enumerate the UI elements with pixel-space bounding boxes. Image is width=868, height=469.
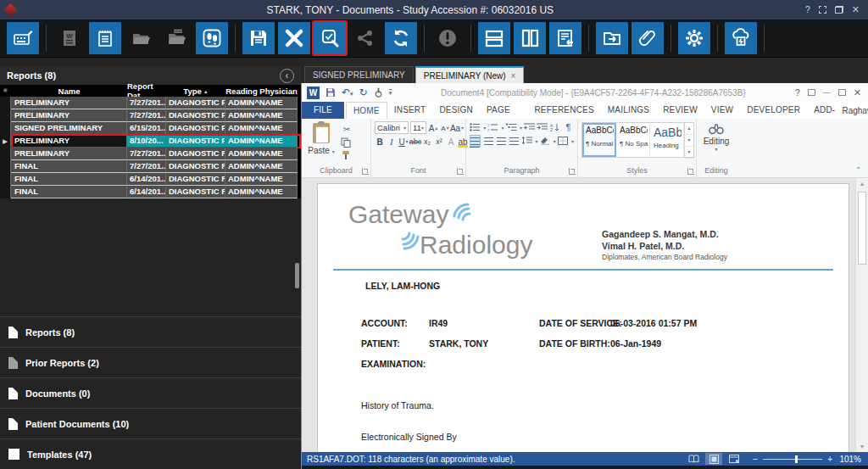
paragraph-dialog-launcher-icon[interactable] (569, 168, 576, 175)
report-row[interactable]: PRELIMINARY 7/27/201... DIAGNOSTIC P... … (0, 109, 301, 122)
refresh-icon[interactable] (385, 22, 417, 54)
web-layout-icon[interactable] (726, 453, 743, 465)
grow-font-icon[interactable]: A▴ (428, 122, 438, 134)
justify-icon[interactable] (509, 135, 520, 147)
export-folder-icon[interactable] (596, 22, 628, 54)
change-case-icon[interactable]: Aa▾ (452, 122, 462, 134)
close-button[interactable]: ✕ (852, 5, 860, 14)
ribbon-tab[interactable]: HOME (346, 102, 387, 119)
ribbon-tab[interactable]: REFERENCES (527, 102, 600, 119)
copy-icon[interactable] (341, 137, 351, 148)
clipboard-dialog-launcher-icon[interactable] (362, 168, 369, 175)
document-scrollbar[interactable]: ▲ ▼ (855, 178, 868, 452)
report-row[interactable]: PRELIMINARY 8/10/20... DIAGNOSTIC P... A… (0, 135, 301, 148)
restore-button[interactable] (835, 6, 843, 14)
zoom-level[interactable]: 101% (837, 455, 861, 464)
report-row[interactable]: PRELIMINARY 7/27/201... DIAGNOSTIC R... … (0, 148, 301, 160)
undo-icon[interactable]: ↶▾ (342, 87, 353, 98)
style-card[interactable]: AaBbC Heading 1 (650, 123, 684, 157)
ribbon-tab[interactable]: DESIGN (432, 102, 480, 119)
panel-scrollbar-thumb[interactable] (295, 263, 299, 288)
attachment-icon[interactable] (632, 22, 664, 54)
font-name-combobox[interactable]: Calibri▾ (375, 121, 409, 134)
style-card[interactable]: AaBbCcDc ¶ No Spac... (616, 123, 650, 157)
bold-icon[interactable]: B (375, 136, 385, 148)
zoom-in-icon[interactable]: + (827, 455, 832, 464)
help-button[interactable]: ? (805, 5, 810, 14)
ribbon-tab[interactable]: INSERT (387, 102, 433, 119)
panel-section-item[interactable]: Prior Reports (2) (0, 347, 301, 377)
strikethrough-icon[interactable]: abc (410, 136, 420, 148)
ribbon-tab[interactable]: FILE (302, 102, 344, 119)
report-row[interactable]: SIGNED PRELIMINARY 6/15/201... DIAGNOSTI… (0, 122, 301, 135)
zoom-out-icon[interactable]: − (753, 455, 758, 464)
notepad-icon[interactable] (89, 22, 121, 54)
save-icon[interactable] (242, 22, 275, 54)
report-keyboard-icon[interactable] (7, 22, 39, 54)
shrink-font-icon[interactable]: A▾ (440, 122, 450, 134)
split-horizontal-icon[interactable] (478, 22, 510, 54)
column-header-name[interactable]: Name (11, 87, 127, 96)
decrease-indent-icon[interactable] (524, 121, 535, 133)
report-row[interactable]: FINAL 7/27/201... DIAGNOSTIC R... ADMIN^… (0, 160, 301, 173)
panel-section-item[interactable]: Reports (8) (0, 316, 301, 347)
font-size-combobox[interactable]: 11▾ (410, 121, 426, 134)
share-icon[interactable] (349, 22, 381, 54)
report-tab[interactable]: SIGNED PRELIMINARY (304, 66, 414, 83)
editing-button[interactable]: Editing (704, 137, 730, 146)
paste-button[interactable]: Paste ▾ (305, 121, 337, 165)
panel-section-item[interactable]: Documents (0) (0, 377, 301, 408)
show-paragraph-marks-icon[interactable]: ¶ (563, 121, 574, 133)
panel-section-item[interactable]: Patient Documents (10) (0, 408, 301, 438)
word-help-icon[interactable]: ? (795, 87, 800, 98)
increase-indent-icon[interactable] (537, 121, 548, 133)
touch-mode-icon[interactable] (374, 87, 383, 98)
ribbon-tab[interactable]: MAILINGS (601, 102, 656, 119)
format-painter-icon[interactable] (341, 150, 351, 160)
align-right-icon[interactable] (496, 135, 507, 147)
styles-dialog-launcher-icon[interactable] (687, 168, 694, 175)
ribbon-tab[interactable]: VIEW (704, 102, 740, 119)
align-left-icon[interactable] (470, 135, 481, 147)
word-logo-icon[interactable]: W (307, 87, 320, 99)
import-report-icon[interactable] (549, 22, 581, 54)
italic-icon[interactable]: I (387, 136, 397, 148)
read-mode-icon[interactable] (685, 453, 702, 465)
scrollbar-thumb[interactable] (858, 192, 866, 265)
cloud-power-icon[interactable] (725, 22, 757, 54)
word-close-icon[interactable]: ✕ (854, 87, 861, 98)
multilevel-list-icon[interactable] (506, 121, 517, 133)
report-row[interactable]: FINAL 6/14/201... DIAGNOSTIC R... ADMIN^… (0, 173, 301, 186)
style-card[interactable]: AaBbCcDc ¶ Normal (582, 123, 616, 157)
footprints-icon[interactable] (196, 22, 228, 54)
user-account[interactable]: Raghavend... ▾ (842, 103, 868, 118)
numbering-icon[interactable]: 12 (487, 121, 498, 133)
find-binoculars-icon[interactable] (709, 123, 724, 135)
collapse-panel-icon[interactable]: ‹ (280, 69, 294, 83)
cut-icon[interactable]: ✂ (341, 124, 353, 135)
ribbon-tab[interactable]: ADD-INS (807, 102, 842, 119)
align-center-icon[interactable] (482, 135, 493, 147)
verify-magnifier-icon[interactable] (314, 22, 346, 54)
print-layout-icon[interactable] (705, 453, 722, 465)
collapse-ribbon-icon[interactable]: ⌃ (855, 166, 861, 174)
word-minimize-icon[interactable]: — (823, 88, 831, 97)
borders-icon[interactable] (558, 135, 569, 147)
document-page[interactable]: Gateway Radiology (317, 183, 849, 452)
redo-icon[interactable]: ↻ (359, 87, 368, 98)
folder-tasks-icon[interactable] (160, 22, 192, 54)
ribbon-tab[interactable]: PAGE LAYOUT (480, 102, 527, 119)
column-header-reading-physician[interactable]: Reading Physician (225, 87, 298, 96)
maximize-button[interactable] (819, 6, 826, 14)
column-header-type[interactable]: Type▲ (166, 87, 225, 96)
underline-icon[interactable]: U▾ (398, 136, 409, 148)
word-document-icon[interactable]: W (53, 22, 86, 54)
quick-save-icon[interactable] (326, 87, 336, 98)
font-dialog-launcher-icon[interactable] (457, 168, 464, 175)
alert-icon[interactable] (431, 22, 464, 54)
ribbon-tab[interactable]: REVIEW (656, 102, 704, 119)
split-vertical-icon[interactable] (514, 22, 546, 54)
settings-gear-icon[interactable] (678, 22, 710, 54)
styles-gallery-scroll[interactable]: ▲▼▼ (684, 123, 693, 157)
scroll-up-icon[interactable]: ▲ (856, 181, 868, 187)
